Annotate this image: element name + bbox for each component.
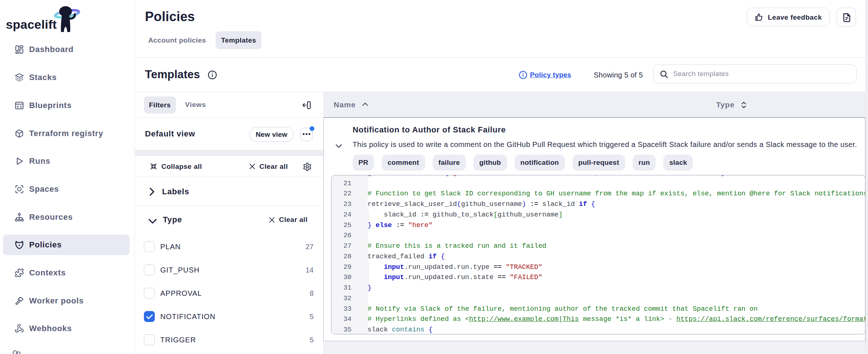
svg-text:spacelift: spacelift <box>6 17 57 31</box>
